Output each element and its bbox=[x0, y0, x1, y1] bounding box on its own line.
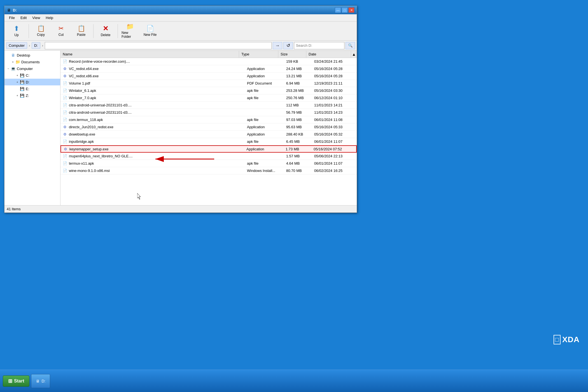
expand-documents: + bbox=[11, 60, 15, 64]
file-icon: 📄 bbox=[63, 139, 67, 144]
go-button[interactable]: → bbox=[273, 42, 282, 49]
toolbar-cut-button[interactable]: ✂ Cut bbox=[51, 23, 71, 39]
file-name-cell: ⚙ VC_redist.x64.exe bbox=[60, 67, 245, 71]
file-size-cell: 97.03 MB bbox=[284, 118, 312, 122]
col-header-type[interactable]: Type bbox=[239, 51, 278, 58]
sidebar-item-c[interactable]: + 💾 C: bbox=[4, 72, 60, 79]
file-name-cell: ⚙ VC_redist.x86.exe bbox=[60, 74, 245, 78]
col-header-name[interactable]: Name bbox=[60, 51, 239, 58]
file-type-cell: apk file bbox=[245, 88, 284, 93]
delete-label: Delete bbox=[101, 33, 111, 37]
file-row[interactable]: 📄 Winlator_7.0.apk apk file 250.76 MB 06… bbox=[60, 94, 357, 102]
file-icon: 📄 bbox=[63, 81, 67, 86]
toolbar-new-file-button[interactable]: 📄 New File bbox=[140, 23, 160, 39]
file-type-cell: apk file bbox=[245, 161, 284, 165]
refresh-button[interactable]: ↺ bbox=[283, 42, 293, 49]
sidebar-item-documents[interactable]: + 📁 Documents bbox=[4, 59, 60, 65]
expand-desktop bbox=[6, 53, 11, 57]
main-area: 🖥 Desktop + 📁 Documents − 💻 Computer bbox=[4, 51, 357, 205]
file-size-cell: 1.73 MB bbox=[283, 147, 311, 151]
taskbar-item-d[interactable]: 🖥 D: bbox=[31, 374, 50, 388]
file-icon: 📄 bbox=[63, 161, 67, 166]
file-type-cell: apk file bbox=[245, 96, 284, 100]
computer-label: Computer bbox=[17, 67, 33, 71]
crumb-computer[interactable]: Computer bbox=[6, 42, 27, 49]
file-date-cell: 06/01/2024 11:08 bbox=[312, 118, 357, 122]
file-row[interactable]: ⚙ VC_redist.x86.exe Application 13.21 MB… bbox=[60, 73, 357, 80]
file-type-cell: Windows Install... bbox=[245, 169, 284, 173]
col-header-date[interactable]: Date bbox=[306, 51, 351, 58]
file-name: citra-android-universal-20231101-d3.... bbox=[69, 103, 132, 107]
file-row[interactable]: 📄 Record (online-voice-recorder.com)....… bbox=[60, 58, 357, 65]
crumb-d[interactable]: D: bbox=[32, 42, 40, 49]
new-file-label: New File bbox=[144, 33, 157, 37]
file-row[interactable]: ⚙ keyremapper_setup.exe Application 1.73… bbox=[60, 145, 357, 153]
menu-file[interactable]: File bbox=[6, 15, 18, 21]
file-date-cell: 05/06/2024 22:13 bbox=[312, 154, 357, 158]
toolbar-new-folder-button[interactable]: 📁 New Folder bbox=[120, 23, 140, 39]
file-name-cell: ⚙ directx_Jun2010_redist.exe bbox=[60, 125, 245, 129]
file-row[interactable]: 📄 termux-x11.apk apk file 4.64 MB 06/01/… bbox=[60, 160, 357, 167]
file-size-cell: 112 MB bbox=[284, 103, 312, 107]
drive-e-label: E: bbox=[26, 87, 29, 91]
file-icon: ⚙ bbox=[63, 132, 67, 137]
file-list: 📄 Record (online-voice-recorder.com)....… bbox=[60, 58, 357, 205]
sidebar-item-z[interactable]: + 💾 Z: bbox=[4, 92, 60, 99]
file-size-cell: 288.40 KB bbox=[284, 132, 312, 136]
file-icon: 📄 bbox=[63, 88, 67, 93]
paste-icon: 📋 bbox=[78, 25, 85, 32]
toolbar-paste-button[interactable]: 📋 Paste bbox=[71, 23, 91, 39]
drive-c-icon: 💾 bbox=[20, 73, 25, 78]
search-input[interactable] bbox=[294, 42, 344, 49]
file-row[interactable]: ⚙ directx_Jun2010_redist.exe Application… bbox=[60, 123, 357, 131]
file-row[interactable]: 📄 citra-android-universal-20231101-d3...… bbox=[60, 102, 357, 109]
toolbar-copy-button[interactable]: 📋 Copy bbox=[31, 23, 51, 39]
toolbar-delete-button[interactable]: ✕ Delete bbox=[96, 23, 115, 39]
menu-help[interactable]: Help bbox=[43, 15, 56, 21]
sidebar-item-desktop[interactable]: 🖥 Desktop bbox=[4, 52, 60, 59]
start-button[interactable]: ⊞ Start bbox=[3, 375, 29, 387]
menu-view[interactable]: View bbox=[29, 15, 43, 21]
desktop-label: Desktop bbox=[17, 53, 30, 57]
cut-label: Cut bbox=[59, 33, 64, 37]
col-scroll-up: ▲ bbox=[351, 51, 357, 58]
file-name: keyremapper_setup.exe bbox=[69, 147, 108, 151]
file-row[interactable]: 📄 inputbridge.apk apk file 6.45 MB 06/01… bbox=[60, 138, 357, 145]
col-header-size[interactable]: Size bbox=[278, 51, 306, 58]
column-headers: Name Type Size Date ▲ bbox=[60, 51, 357, 58]
file-type-cell: Application bbox=[245, 67, 284, 71]
file-name-cell: 📄 Record (online-voice-recorder.com).... bbox=[60, 59, 245, 64]
file-row[interactable]: 📄 com.termux_118.apk apk file 97.03 MB 0… bbox=[60, 116, 357, 123]
file-row[interactable]: 📄 wine-mono-9.1.0-x86.msi Windows Instal… bbox=[60, 167, 357, 174]
sidebar-item-e[interactable]: 💾 E: bbox=[4, 85, 60, 92]
minimize-button[interactable]: — bbox=[335, 7, 341, 13]
file-name: mupen64plus_next_libretro_NO GLE.... bbox=[69, 154, 133, 158]
file-name: Winlator_6.1.apk bbox=[69, 88, 96, 93]
expand-c: + bbox=[15, 73, 20, 78]
file-date-cell: 06/01/2024 11:07 bbox=[312, 139, 357, 144]
file-size-cell: 6.94 MB bbox=[284, 81, 312, 85]
file-name-cell: 📄 inputbridge.apk bbox=[60, 139, 245, 144]
file-type-cell: Application bbox=[245, 125, 284, 129]
start-label: Start bbox=[14, 379, 24, 384]
search-button[interactable]: 🔍 bbox=[346, 42, 355, 49]
new-folder-icon: 📁 bbox=[126, 24, 134, 30]
file-name: wine-mono-9.1.0-x86.msi bbox=[69, 169, 110, 173]
file-row[interactable]: 📄 Volume 1.pdf PDF Document 6.94 MB 12/1… bbox=[60, 80, 357, 87]
file-row[interactable]: 📄 mupen64plus_next_libretro_NO GLE.... 1… bbox=[60, 153, 357, 160]
maximize-button[interactable]: □ bbox=[342, 7, 348, 13]
close-button[interactable]: ✕ bbox=[348, 7, 354, 13]
file-type-cell: apk file bbox=[245, 139, 284, 144]
sidebar-item-computer[interactable]: − 💻 Computer bbox=[4, 65, 60, 72]
file-row[interactable]: 📄 citra-android-universal-20231101-d3...… bbox=[60, 109, 357, 116]
file-date-cell: 06/01/2024 11:07 bbox=[312, 161, 357, 165]
file-row[interactable]: 📄 Winlator_6.1.apk apk file 253.28 MB 05… bbox=[60, 87, 357, 94]
file-row[interactable]: ⚙ dxwebsetup.exe Application 288.40 KB 0… bbox=[60, 131, 357, 138]
toolbar-up-button[interactable]: ⬆ Up bbox=[7, 23, 26, 39]
sidebar-item-d[interactable]: + 💾 D: bbox=[4, 79, 60, 85]
menu-edit[interactable]: Edit bbox=[18, 15, 29, 21]
file-size-cell: 6.45 MB bbox=[284, 139, 312, 144]
file-icon: ⚙ bbox=[63, 147, 68, 151]
address-input[interactable] bbox=[45, 42, 272, 49]
file-row[interactable]: ⚙ VC_redist.x64.exe Application 24.24 MB… bbox=[60, 65, 357, 73]
